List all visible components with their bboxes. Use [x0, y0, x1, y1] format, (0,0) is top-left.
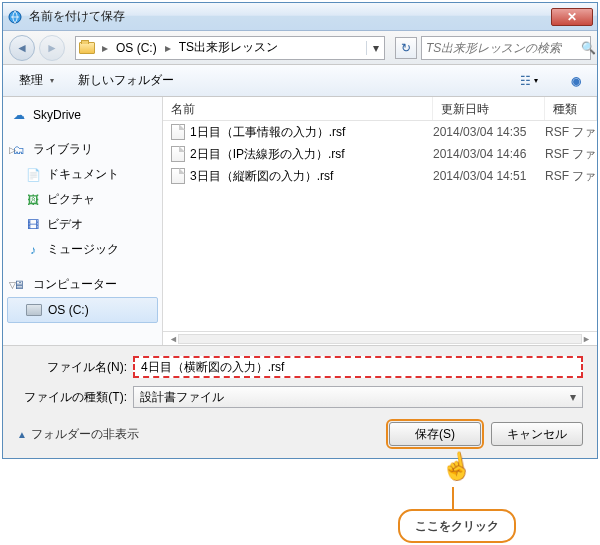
pointer-hand-icon: ☝️: [438, 448, 475, 484]
sidebar-videos[interactable]: 🎞 ビデオ: [3, 212, 162, 237]
annotation-layer: ☝️ ここをクリック: [0, 461, 600, 545]
cancel-button[interactable]: キャンセル: [491, 422, 583, 446]
file-type: RSF ファ: [545, 124, 597, 141]
sidebar-os-c[interactable]: OS (C:): [7, 297, 158, 323]
sidebar-documents[interactable]: 📄 ドキュメント: [3, 162, 162, 187]
newfolder-label: 新しいフォルダー: [78, 72, 174, 89]
sidebar-item-label: ドキュメント: [47, 166, 119, 183]
titlebar: 名前を付けて保存 ✕: [3, 3, 597, 31]
toolbar: 整理 新しいフォルダー ☷▾ ◉: [3, 65, 597, 97]
view-options-button[interactable]: ☷▾: [515, 70, 559, 92]
filetype-value: 設計書ファイル: [140, 389, 224, 406]
close-button[interactable]: ✕: [551, 8, 593, 26]
horizontal-scrollbar[interactable]: ◄►: [163, 331, 597, 345]
videos-icon: 🎞: [25, 217, 41, 233]
search-icon[interactable]: 🔍: [581, 41, 596, 55]
collapse-icon[interactable]: ▽: [9, 280, 16, 290]
search-input[interactable]: [422, 41, 581, 55]
col-name[interactable]: 名前: [163, 97, 433, 120]
file-date: 2014/03/04 14:46: [433, 147, 545, 161]
new-folder-button[interactable]: 新しいフォルダー: [70, 69, 182, 92]
file-type: RSF ファ: [545, 168, 597, 185]
sidebar-item-label: ピクチャ: [47, 191, 95, 208]
sidebar-music[interactable]: ♪ ミュージック: [3, 237, 162, 262]
expand-icon[interactable]: ▷: [9, 145, 16, 155]
file-icon: [171, 146, 185, 162]
sidebar-library[interactable]: ▷ 🗂 ライブラリ: [3, 137, 162, 162]
window-title: 名前を付けて保存: [29, 8, 551, 25]
file-date: 2014/03/04 14:35: [433, 125, 545, 139]
documents-icon: 📄: [25, 167, 41, 183]
main-area: ☁ SkyDrive ▷ 🗂 ライブラリ 📄 ドキュメント 🖼 ピクチャ 🎞 ビ…: [3, 97, 597, 345]
hide-folders-label: フォルダーの非表示: [31, 426, 139, 443]
sidebar-item-label: OS (C:): [48, 303, 89, 317]
columns-header: 名前 更新日時 種類: [163, 97, 597, 121]
cancel-label: キャンセル: [507, 426, 567, 443]
filename-input[interactable]: [133, 356, 583, 378]
file-date: 2014/03/04 14:51: [433, 169, 545, 183]
save-button[interactable]: 保存(S): [389, 422, 481, 446]
chevron-right-icon: ▸: [98, 41, 112, 55]
ie-icon: [7, 9, 23, 25]
sidebar-pictures[interactable]: 🖼 ピクチャ: [3, 187, 162, 212]
forward-button[interactable]: ►: [39, 35, 65, 61]
search-box[interactable]: 🔍: [421, 36, 591, 60]
save-dialog: 名前を付けて保存 ✕ ◄ ► ▸ OS (C:) ▸ TS出来形レッスン ▾ ↻…: [2, 2, 598, 459]
filetype-label: ファイルの種類(T):: [17, 389, 127, 406]
back-button[interactable]: ◄: [9, 35, 35, 61]
organize-menu[interactable]: 整理: [11, 69, 62, 92]
sidebar-item-label: ビデオ: [47, 216, 83, 233]
filename-label: ファイル名(N):: [17, 359, 127, 376]
file-type: RSF ファ: [545, 146, 597, 163]
file-name: 2日目（IP法線形の入力）.rsf: [190, 146, 345, 163]
music-icon: ♪: [25, 242, 41, 258]
chevron-right-icon: ▸: [161, 41, 175, 55]
callout-bubble: ここをクリック: [398, 509, 516, 543]
sidebar-skydrive[interactable]: ☁ SkyDrive: [3, 103, 162, 127]
pictures-icon: 🖼: [25, 192, 41, 208]
hide-folders-toggle[interactable]: ▲ フォルダーの非表示: [17, 426, 139, 443]
sidebar: ☁ SkyDrive ▷ 🗂 ライブラリ 📄 ドキュメント 🖼 ピクチャ 🎞 ビ…: [3, 97, 163, 345]
help-button[interactable]: ◉: [563, 70, 589, 92]
folder-icon: [76, 42, 98, 54]
file-icon: [171, 168, 185, 184]
file-icon: [171, 124, 185, 140]
crumb-drive[interactable]: OS (C:): [112, 41, 161, 55]
sidebar-computer[interactable]: ▽ 🖥 コンピューター: [3, 272, 162, 297]
refresh-button[interactable]: ↻: [395, 37, 417, 59]
file-row[interactable]: 1日目（工事情報の入力）.rsf 2014/03/04 14:35 RSF ファ: [163, 121, 597, 143]
callout-text: ここをクリック: [415, 518, 499, 535]
save-label: 保存(S): [415, 426, 455, 443]
sidebar-item-label: ライブラリ: [33, 141, 93, 158]
sidebar-item-label: ミュージック: [47, 241, 119, 258]
cloud-icon: ☁: [11, 107, 27, 123]
col-date[interactable]: 更新日時: [433, 97, 545, 120]
disk-icon: [26, 302, 42, 318]
file-list: 名前 更新日時 種類 1日目（工事情報の入力）.rsf 2014/03/04 1…: [163, 97, 597, 345]
file-row[interactable]: 2日目（IP法線形の入力）.rsf 2014/03/04 14:46 RSF フ…: [163, 143, 597, 165]
col-type[interactable]: 種類: [545, 97, 597, 120]
file-name: 1日目（工事情報の入力）.rsf: [190, 124, 345, 141]
navbar: ◄ ► ▸ OS (C:) ▸ TS出来形レッスン ▾ ↻ 🔍: [3, 31, 597, 65]
filetype-select[interactable]: 設計書ファイル: [133, 386, 583, 408]
chevron-up-icon: ▲: [17, 429, 27, 440]
file-row[interactable]: 3日目（縦断図の入力）.rsf 2014/03/04 14:51 RSF ファ: [163, 165, 597, 187]
bottom-panel: ファイル名(N): ファイルの種類(T): 設計書ファイル ▲ フォルダーの非表…: [3, 345, 597, 458]
file-name: 3日目（縦断図の入力）.rsf: [190, 168, 333, 185]
breadcrumb[interactable]: ▸ OS (C:) ▸ TS出来形レッスン ▾: [75, 36, 385, 60]
organize-label: 整理: [19, 72, 43, 89]
sidebar-item-label: SkyDrive: [33, 108, 81, 122]
breadcrumb-dropdown[interactable]: ▾: [366, 41, 384, 55]
crumb-folder[interactable]: TS出来形レッスン: [175, 39, 282, 56]
sidebar-item-label: コンピューター: [33, 276, 117, 293]
